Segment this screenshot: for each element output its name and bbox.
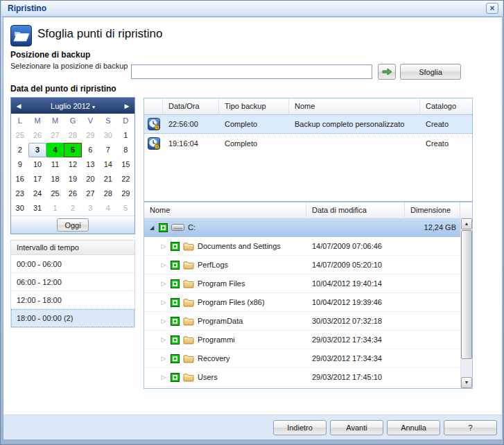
- calendar-day[interactable]: 20: [82, 172, 99, 186]
- checkbox-checked-icon[interactable]: [159, 223, 168, 232]
- calendar-day[interactable]: 30: [99, 128, 116, 143]
- file-tree-row[interactable]: ▷Users29/03/2012 17:45:10: [144, 368, 460, 387]
- calendar-day[interactable]: 18: [46, 172, 64, 186]
- time-interval-item[interactable]: 00:00 - 06:00: [11, 255, 134, 273]
- calendar-day[interactable]: 6: [82, 143, 99, 157]
- calendar-day[interactable]: 29: [82, 128, 99, 143]
- checkbox-checked-icon[interactable]: [171, 317, 180, 326]
- column-header[interactable]: Catalogo: [420, 98, 472, 114]
- calendar-day[interactable]: 10: [28, 157, 46, 172]
- checkbox-checked-icon[interactable]: [171, 242, 180, 251]
- file-tree-row[interactable]: ▷Recovery29/03/2012 17:34:34: [144, 349, 460, 368]
- calendar-day[interactable]: 14: [99, 157, 116, 172]
- time-interval-item[interactable]: 12:00 - 18:00: [11, 291, 134, 309]
- vertical-scrollbar[interactable]: ▲ ▼: [460, 218, 472, 388]
- file-tree-row[interactable]: ▷PerfLogs14/07/2009 05:20:10: [144, 256, 460, 274]
- back-button[interactable]: Indietro: [273, 420, 327, 435]
- today-button[interactable]: Oggi: [57, 218, 88, 232]
- time-interval-item[interactable]: 06:00 - 12:00: [11, 273, 134, 291]
- file-tree-row[interactable]: ▷Program Files (x86)10/04/2012 19:39:46: [144, 293, 460, 312]
- expand-icon[interactable]: ▷: [160, 299, 167, 306]
- browse-button[interactable]: Sfoglia: [400, 64, 461, 80]
- checkbox-checked-icon[interactable]: [171, 279, 180, 288]
- column-header[interactable]: Dimensione: [405, 202, 460, 218]
- calendar-day[interactable]: 28: [99, 186, 116, 201]
- calendar-day[interactable]: 26: [64, 186, 81, 201]
- column-header[interactable]: Data di modifica: [306, 202, 405, 218]
- scroll-up-button[interactable]: ▲: [461, 218, 472, 229]
- calendar-day[interactable]: 22: [117, 172, 134, 186]
- calendar-day[interactable]: 5: [64, 143, 81, 157]
- backup-location-input[interactable]: [131, 64, 372, 79]
- column-header[interactable]: Tipo backup: [219, 98, 289, 114]
- calendar-day[interactable]: 12: [64, 157, 81, 172]
- calendar-day[interactable]: 3: [82, 201, 99, 216]
- calendar-day[interactable]: 7: [99, 143, 116, 157]
- calendar-day[interactable]: 30: [11, 201, 28, 216]
- calendar-day[interactable]: 27: [82, 186, 99, 201]
- calendar-day[interactable]: 4: [99, 201, 116, 216]
- calendar-day[interactable]: 16: [11, 172, 28, 186]
- calendar-day[interactable]: 2: [64, 201, 81, 216]
- calendar-day[interactable]: 21: [99, 172, 116, 186]
- go-button[interactable]: [378, 64, 396, 80]
- calendar-day[interactable]: 3: [28, 143, 46, 157]
- next-button[interactable]: Avanti: [330, 420, 383, 435]
- calendar-day[interactable]: 25: [46, 186, 64, 201]
- checkbox-checked-icon[interactable]: [171, 373, 180, 382]
- expand-icon[interactable]: ▷: [160, 336, 167, 343]
- scrollbar-thumb[interactable]: [461, 230, 472, 359]
- column-header[interactable]: Data/Ora: [163, 98, 219, 114]
- file-tree-row[interactable]: ▷Documents and Settings14/07/2009 07:06:…: [144, 237, 460, 256]
- backup-point-row[interactable]: 19:16:04CompletoCreato: [144, 134, 472, 153]
- calendar-day[interactable]: 31: [28, 201, 46, 216]
- checkbox-checked-icon[interactable]: [171, 261, 180, 270]
- calendar-day[interactable]: 11: [46, 157, 64, 172]
- checkbox-checked-icon[interactable]: [171, 298, 180, 307]
- cancel-button[interactable]: Annulla: [387, 420, 440, 435]
- month-selector[interactable]: Luglio 2012 ▾: [26, 102, 119, 110]
- calendar-day[interactable]: 24: [28, 186, 46, 201]
- checkbox-checked-icon[interactable]: [171, 335, 180, 344]
- expand-icon[interactable]: ▷: [160, 374, 167, 381]
- calendar-day[interactable]: 4: [46, 143, 64, 157]
- scroll-down-button[interactable]: ▼: [461, 377, 472, 388]
- calendar-day[interactable]: 15: [117, 157, 134, 172]
- calendar-day[interactable]: 27: [46, 128, 64, 143]
- backup-point-row[interactable]: 22:56:00CompletoBackup completo personal…: [144, 114, 472, 134]
- calendar-day[interactable]: 13: [82, 157, 99, 172]
- calendar-day[interactable]: 9: [11, 157, 28, 172]
- column-header[interactable]: Nome: [144, 202, 306, 218]
- next-month-button[interactable]: ▶: [119, 103, 134, 110]
- column-header[interactable]: [144, 98, 163, 114]
- collapse-icon[interactable]: ◢: [148, 225, 155, 231]
- file-tree-row[interactable]: ▷Program Files10/04/2012 19:40:14: [144, 274, 460, 293]
- calendar-day[interactable]: 26: [28, 128, 46, 143]
- expand-icon[interactable]: ▷: [160, 355, 167, 362]
- expand-icon[interactable]: ▷: [160, 317, 167, 324]
- calendar-day[interactable]: 23: [11, 186, 28, 201]
- expand-icon[interactable]: ▷: [160, 261, 167, 268]
- calendar-day[interactable]: 29: [117, 186, 134, 201]
- expand-icon[interactable]: ▷: [160, 243, 167, 250]
- calendar-day[interactable]: 17: [28, 172, 46, 186]
- file-tree-row[interactable]: ◢C:12,24 GB: [144, 218, 460, 237]
- close-button[interactable]: ×: [486, 3, 498, 14]
- calendar-day[interactable]: 19: [64, 172, 81, 186]
- calendar-day[interactable]: 28: [64, 128, 81, 143]
- calendar-day[interactable]: 25: [11, 128, 28, 143]
- expand-icon[interactable]: ▷: [160, 280, 167, 287]
- checkbox-checked-icon[interactable]: [171, 354, 180, 363]
- prev-month-button[interactable]: ◀: [11, 103, 26, 110]
- column-header[interactable]: Nome: [289, 98, 420, 114]
- calendar-day[interactable]: 1: [117, 128, 134, 143]
- file-tree-row[interactable]: ▷ProgramData30/03/2012 07:32:18: [144, 312, 460, 331]
- time-interval-item[interactable]: 18:00 - 00:00 (2): [11, 309, 134, 327]
- calendar-day[interactable]: 2: [11, 143, 28, 157]
- day-of-week-label: L: [11, 114, 28, 128]
- calendar-day[interactable]: 8: [117, 143, 134, 157]
- help-button[interactable]: ?: [444, 420, 497, 435]
- calendar-day[interactable]: 5: [117, 201, 134, 216]
- calendar-day[interactable]: 1: [46, 201, 64, 216]
- file-tree-row[interactable]: ▷Programmi29/03/2012 17:34:34: [144, 331, 460, 349]
